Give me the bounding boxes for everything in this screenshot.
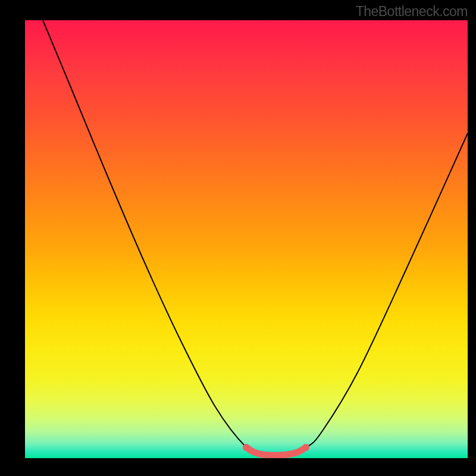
bottleneck-curve [43, 20, 468, 456]
valley-highlight [246, 447, 306, 455]
curve-overlay [25, 20, 468, 458]
watermark-text: TheBottleneck.com [356, 4, 468, 20]
chart-plot-area [25, 20, 468, 458]
valley-end-dot [302, 444, 309, 451]
valley-end-dot [243, 444, 250, 451]
